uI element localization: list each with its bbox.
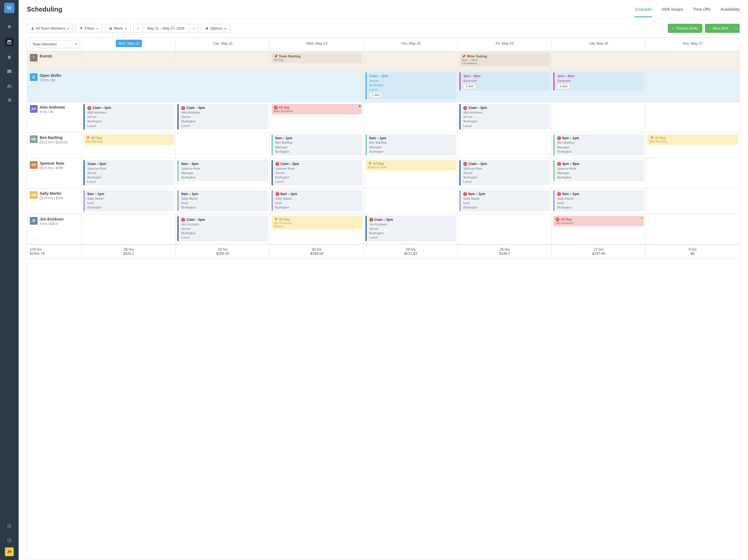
user-avatar[interactable]: JH [5,547,14,556]
shift-card[interactable]: 11am – 2pmSpencer RuleServerBurlingtonLu… [84,160,174,186]
calendar-icon[interactable] [5,38,14,47]
users-icon[interactable] [6,82,13,89]
options-dropdown[interactable]: Options [201,24,230,33]
day-cell[interactable]: ! 9am – 1pmSally MartinHostBurlington [458,189,552,214]
tab-availability[interactable]: Availability [720,7,740,17]
day-cell[interactable] [82,71,176,102]
day-header[interactable]: Sun, May 27 [646,38,740,51]
day-cell[interactable]: ! 11am – 2pmAlex AndrewsServerBurlington… [458,102,552,132]
date-range-button[interactable]: May 21 – May 27, 2018 [142,24,189,33]
shift-card[interactable]: ! 9am – 1pmSally MartinHostBurlington [460,190,550,211]
day-cell[interactable]: 9am – 1pmSally MartinHostBurlington [176,189,270,214]
shift-card[interactable]: ! 3pm – 9pmSpencer RuleManagerBurlington [553,160,644,181]
event-card[interactable]: 📌 Wine Tasting5pm – 9pm3 Positions [460,53,550,67]
team-members-dropdown[interactable]: All Team Members [27,24,73,33]
app-logo[interactable]: W [4,3,15,13]
chat-icon[interactable] [6,68,13,75]
shift-card[interactable]: 9am – 1pmBen BartlingManagerBurlington [272,134,362,155]
day-header[interactable]: Tue, May 22 [176,38,270,51]
shift-card[interactable]: 9am – 1pmSally MartinHostBurlington [84,190,174,211]
open-shift-card[interactable]: 11am – 2pmServerBurlingtonLunch1 Slot [366,72,456,99]
day-cell[interactable]: ! 3pm – 9pmSpencer RuleManagerBurlington [552,159,646,188]
allday-card[interactable]: 👎 All DaySpencer Rule [366,160,456,170]
team-members-select[interactable]: Team Members ▾ [29,40,79,48]
shift-card[interactable]: ! 11am – 2pmAlex AndrewsServerBurlington… [84,104,174,129]
member-name-cell[interactable]: AAAlex Andrews9 hrs / $0 [27,102,82,132]
day-cell[interactable]: 👎 All DayBen Bartling [82,133,176,158]
day-cell[interactable]: 9am – 1pmSally MartinHostBurlington [82,189,176,214]
day-cell[interactable]: ! 9am – 1pmSally MartinHostBurlington [552,189,646,214]
day-header[interactable]: Thu, May 24 [364,38,458,51]
shift-card[interactable]: ! 11am – 2pmSpencer RuleServerBurlington… [460,160,550,186]
day-cell[interactable]: ! 11am – 2pmJim EricksonServerBurlington… [176,214,270,244]
day-cell[interactable] [646,51,740,70]
day-cell[interactable]: 👎 All DaySpencer Rule [364,159,458,188]
publish-shifts-button[interactable]: ✓ Publish Shifts [668,24,702,33]
shift-card[interactable]: ! 11am – 2pmJim EricksonServerBurlington… [366,216,456,241]
day-header[interactable]: Fri, May 25 [458,38,552,51]
day-cell[interactable]: 👎 All DayBen Bartling [646,133,740,158]
home-icon[interactable] [6,24,13,30]
help-icon[interactable] [6,523,13,529]
open-shift-card[interactable]: 3pm – 9pmBartender1 Slot [460,72,550,91]
shift-card[interactable]: ! 9am – 1pmSally MartinHostBurlington [272,190,362,211]
day-header[interactable]: Mon, May 21 [82,38,176,51]
shift-card[interactable]: 9am – 3pmSpencer RuleManagerBurlington [178,160,268,181]
allday-card[interactable]: ✕ All DayJim Erickson [553,216,644,226]
member-name-cell[interactable]: BBBen Bartling 12 hrs / $104.04 [27,133,82,158]
day-cell[interactable] [364,51,458,70]
next-week-button[interactable]: › [189,24,198,33]
day-cell[interactable] [646,189,740,214]
day-cell[interactable]: ! 11am – 2pmAlex AndrewsServerBurlington… [82,102,176,132]
day-cell[interactable] [552,51,646,70]
prev-week-button[interactable]: ‹ [133,24,142,33]
day-cell[interactable]: 3pm – 9pmBartender1 Slot [552,71,646,102]
shift-card[interactable]: 9am – 1pmSally MartinHostBurlington [178,190,268,211]
day-cell[interactable] [82,214,176,244]
tab-shift-swaps[interactable]: Shift Swaps [661,7,683,17]
day-cell[interactable]: 👎 All DayJim EricksonSchool [270,214,364,244]
day-cell[interactable] [458,133,552,158]
day-cell[interactable] [176,71,270,102]
day-cell[interactable]: ! 11am – 2pmSpencer RuleServerBurlington… [270,159,364,188]
day-cell[interactable]: ! 9am – 1pmSally MartinHostBurlington [270,189,364,214]
day-cell[interactable] [364,189,458,214]
tab-schedule[interactable]: Schedule [634,7,652,17]
day-cell[interactable] [458,214,552,244]
allday-card[interactable]: 👎 All DayBen Bartling [648,134,738,145]
shift-card[interactable]: ! 9am – 1pmBen BartlingManagerBurlington [553,134,644,155]
day-cell[interactable] [646,102,740,132]
allday-card[interactable]: 👎 All DayJim EricksonSchool [272,216,362,229]
day-cell[interactable]: ! 11am – 2pmJim EricksonServerBurlington… [364,214,458,244]
day-cell[interactable] [646,71,740,102]
shift-card[interactable]: ! 11am – 2pmJim EricksonServerBurlington… [178,216,268,241]
day-cell[interactable] [176,133,270,158]
filters-dropdown[interactable]: Filters [75,24,102,33]
tab-time-offs[interactable]: Time Offs [693,7,710,17]
day-cell[interactable]: 9am – 3pmSpencer RuleManagerBurlington [176,159,270,188]
shift-card[interactable]: ! 11am – 2pmAlex AndrewsServerBurlington… [178,104,268,129]
logout-icon[interactable] [6,537,13,543]
day-header[interactable]: Wed, May 23 [270,38,364,51]
member-name-cell[interactable]: SRSpencer Rule 21 hrs / $189 [27,159,82,188]
new-shift-dropdown[interactable] [732,24,740,33]
allday-card[interactable]: 👎 All DayBen Bartling [84,134,174,145]
day-cell[interactable] [364,102,458,132]
day-cell[interactable]: 11am – 2pmSpencer RuleServerBurlingtonLu… [82,159,176,188]
day-cell[interactable]: 📌 Team MeetingAll Day [270,51,364,70]
day-cell[interactable]: ✕ All DayJim Erickson [552,214,646,244]
day-cell[interactable]: ✕ All DayAlex Andrews [270,102,364,132]
bookmark-icon[interactable] [6,54,13,61]
day-cell[interactable]: 11am – 2pmServerBurlingtonLunch1 Slot [364,71,458,102]
day-cell[interactable]: 3pm – 9pmBartender1 Slot [458,71,552,102]
allday-card[interactable]: ✕ All DayAlex Andrews [272,104,362,114]
day-cell[interactable]: ! 11am – 2pmAlex AndrewsServerBurlington… [176,102,270,132]
shift-card[interactable]: ! 11am – 2pmSpencer RuleServerBurlington… [272,160,362,186]
day-cell[interactable]: 9am – 1pmBen BartlingManagerBurlington [270,133,364,158]
event-card[interactable]: 📌 Team MeetingAll Day [272,53,362,63]
shift-card[interactable]: 9am – 1pmBen BartlingManagerBurlington [366,134,456,155]
open-shift-card[interactable]: 3pm – 9pmBartender1 Slot [553,72,644,91]
day-cell[interactable]: 📌 Wine Tasting5pm – 9pm3 Positions [458,51,552,70]
member-name-cell[interactable]: JEJim Erickson6 hrs / $58.5 [27,214,82,244]
day-cell[interactable] [82,51,176,70]
